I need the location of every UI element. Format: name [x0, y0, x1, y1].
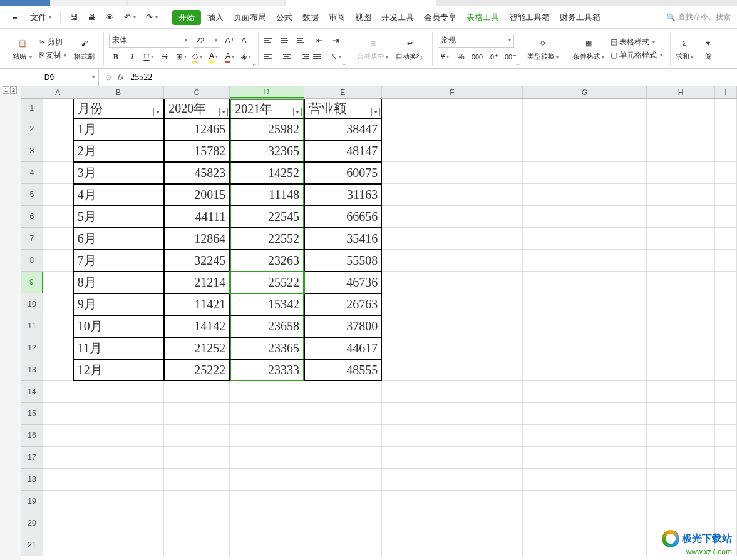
cell-H17[interactable] [647, 447, 715, 469]
cell-E9[interactable]: 46736 [304, 272, 382, 293]
cell-E8[interactable]: 55508 [304, 250, 382, 272]
tab-2[interactable] [51, 0, 126, 6]
cell-C8[interactable]: 32245 [164, 250, 230, 272]
cell-C11[interactable]: 14142 [164, 315, 230, 337]
cell-A11[interactable] [43, 315, 73, 337]
cell-I4[interactable] [715, 162, 737, 184]
cell-B20[interactable] [73, 512, 165, 534]
cell-A2[interactable] [43, 118, 73, 140]
col-header-E[interactable]: E [304, 86, 382, 98]
cell-D10[interactable]: 15342 [230, 293, 304, 315]
cell-C6[interactable]: 44111 [164, 206, 230, 228]
cell-G17[interactable] [523, 447, 647, 469]
cell-C15[interactable] [164, 403, 230, 425]
name-box[interactable]: ▾ [0, 69, 99, 86]
cell-H9[interactable] [647, 272, 715, 293]
tab-3[interactable] [128, 0, 284, 6]
font-size-select[interactable]: 22▾ [193, 34, 220, 48]
tab-dev[interactable]: 开发工具 [378, 9, 418, 26]
valign-top[interactable] [264, 34, 277, 48]
row-header-15[interactable]: 15 [21, 403, 43, 425]
cell-F9[interactable] [382, 272, 523, 293]
cell-E17[interactable] [304, 447, 382, 469]
row-header-17[interactable]: 17 [21, 447, 43, 469]
tab-formula[interactable]: 公式 [272, 9, 296, 26]
row-header-11[interactable]: 11 [21, 315, 43, 337]
cell-G21[interactable] [523, 534, 647, 556]
cell-C21[interactable] [164, 534, 230, 556]
cell-D15[interactable] [230, 403, 304, 425]
cell-A10[interactable] [43, 293, 73, 315]
cell-G15[interactable] [523, 403, 647, 425]
halign-justify[interactable] [312, 50, 326, 64]
cell-F4[interactable] [382, 162, 523, 184]
cell-H2[interactable] [647, 118, 715, 140]
cell-A20[interactable] [43, 512, 73, 534]
filter-dropdown-D[interactable]: ▼ [293, 108, 302, 116]
fx-icon[interactable]: fx [118, 73, 124, 82]
cell-G8[interactable] [523, 250, 647, 272]
col-header-H[interactable]: H [647, 86, 715, 98]
font-name-select[interactable]: 宋体▾ [109, 34, 190, 48]
cell-I7[interactable] [715, 228, 737, 250]
cell-E13[interactable]: 48555 [304, 359, 382, 381]
cell-C20[interactable] [164, 512, 230, 534]
cell-D6[interactable]: 22545 [230, 206, 304, 228]
undo-icon[interactable]: ↶▾ [120, 10, 140, 24]
cell-G16[interactable] [523, 425, 647, 447]
col-header-F[interactable]: F [382, 86, 523, 98]
cell-G18[interactable] [523, 469, 647, 491]
row-header-14[interactable]: 14 [21, 381, 43, 403]
type-convert-button[interactable]: ⟳ 类型转换▾ [523, 36, 562, 61]
cell-A6[interactable] [43, 206, 73, 228]
indent-dec[interactable]: ⇤ [312, 34, 326, 48]
cell-A9[interactable] [43, 272, 73, 293]
cell-B4[interactable]: 3月 [73, 162, 165, 184]
percent-button[interactable]: % [454, 50, 468, 64]
row-header-12[interactable]: 12 [21, 337, 43, 359]
outline-level-1[interactable]: 1 [3, 86, 9, 94]
format-painter-button[interactable]: 🖌 格式刷 [70, 36, 98, 62]
cell-F6[interactable] [382, 206, 523, 228]
row-header-13[interactable]: 13 [21, 359, 43, 381]
increase-font-button[interactable]: A⁺ [223, 34, 237, 48]
cancel-formula-icon[interactable]: ⊖ [105, 73, 111, 82]
cell-I14[interactable] [715, 381, 737, 403]
cell-F2[interactable] [382, 118, 523, 140]
copy-button[interactable]: ⎘复制▾ [37, 49, 69, 62]
border-button[interactable]: ⊞▾ [174, 50, 188, 64]
cell-A1[interactable] [43, 99, 73, 118]
cell-C13[interactable]: 25222 [164, 359, 230, 381]
tab-active[interactable] [0, 0, 50, 6]
cell-A7[interactable] [43, 228, 73, 250]
cell-I3[interactable] [715, 140, 737, 162]
row-header-9[interactable]: 9 [21, 272, 43, 293]
tab-insert[interactable]: 插入 [204, 9, 227, 26]
row-header-16[interactable]: 16 [21, 425, 43, 447]
cell-D14[interactable] [230, 381, 304, 403]
cell-I10[interactable] [715, 293, 737, 315]
cell-I19[interactable] [715, 491, 737, 512]
cell-F18[interactable] [382, 469, 523, 491]
cell-F14[interactable] [382, 381, 523, 403]
tab-table-tools[interactable]: 表格工具 [463, 9, 503, 26]
tab-4[interactable] [286, 0, 436, 6]
cell-A8[interactable] [43, 250, 73, 272]
cell-A21[interactable] [43, 534, 73, 556]
outline-level-2[interactable]: 2 [10, 86, 17, 94]
cell-H13[interactable] [647, 359, 715, 381]
filter-button[interactable]: ▼ 筛 [697, 36, 719, 61]
cell-G20[interactable] [523, 512, 647, 534]
cell-C16[interactable] [164, 425, 230, 447]
underline-button[interactable]: U▾ [142, 50, 155, 64]
cell-G4[interactable] [523, 162, 647, 184]
tab-data[interactable]: 数据 [299, 9, 322, 26]
cell-D21[interactable] [230, 534, 304, 556]
tab-home[interactable]: 开始 [172, 10, 201, 25]
row-header-1[interactable]: 1 [21, 99, 43, 118]
cell-C19[interactable] [164, 491, 230, 512]
cell-I2[interactable] [715, 118, 737, 140]
redo-icon[interactable]: ↷▾ [142, 10, 162, 24]
cell-B1[interactable]: 月份▼ [73, 99, 165, 118]
cell-E3[interactable]: 48147 [304, 140, 382, 162]
